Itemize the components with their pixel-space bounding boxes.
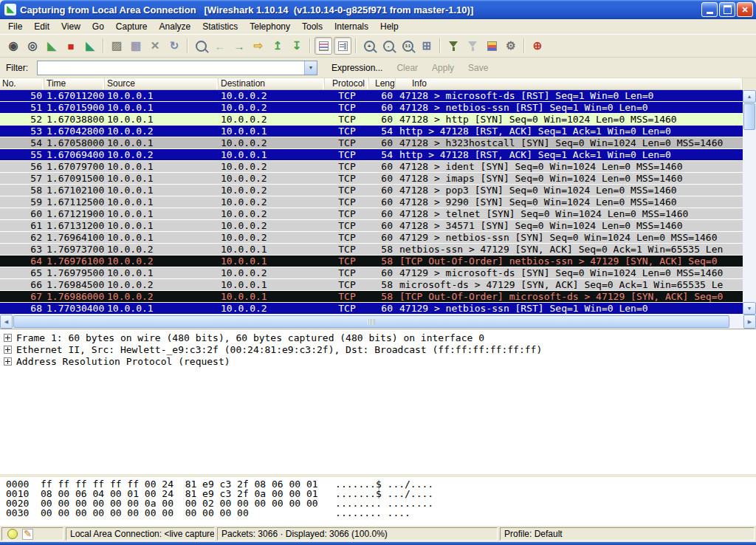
menu-tools[interactable]: Tools <box>296 20 329 33</box>
cell-time: 1.67042800 <box>44 126 105 137</box>
packet-row-52[interactable]: 521.6703880010.0.0.110.0.0.2TCP6047128 >… <box>0 114 743 126</box>
go-to-top-button[interactable]: ↥ <box>269 37 286 55</box>
restore-button[interactable] <box>719 2 735 17</box>
packet-row-58[interactable]: 581.6710210010.0.0.110.0.0.2TCP6047128 >… <box>0 185 743 196</box>
packet-row-62[interactable]: 621.7696410010.0.0.110.0.0.2TCP6047129 >… <box>0 232 743 244</box>
minimize-button[interactable] <box>701 2 718 17</box>
column-header-length[interactable]: Length <box>369 78 396 89</box>
packet-row-56[interactable]: 561.6707970010.0.0.110.0.0.2TCP6047128 >… <box>0 161 743 173</box>
menu-edit[interactable]: Edit <box>28 20 55 33</box>
go-back-button[interactable]: ← <box>211 37 229 55</box>
zoom-100-button[interactable]: 1:1 <box>399 37 416 55</box>
expert-info-icon[interactable] <box>7 529 18 539</box>
find-packet-button[interactable] <box>192 37 210 55</box>
capture-filters-button[interactable] <box>444 37 462 55</box>
column-header-destination[interactable]: Destination <box>219 78 325 89</box>
cell-no: 63 <box>0 244 44 255</box>
packet-list-header: No.TimeSourceDestinationProtocolLengthIn… <box>0 78 743 90</box>
packet-row-59[interactable]: 591.6711250010.0.0.110.0.0.2TCP6047128 >… <box>0 196 743 208</box>
column-header-time[interactable]: Time <box>44 78 105 89</box>
menu-analyze[interactable]: Analyze <box>154 20 197 33</box>
menu-file[interactable]: File <box>2 20 28 33</box>
expand-plus-icon[interactable] <box>4 346 12 354</box>
go-to-packet-button[interactable]: ⇨ <box>250 37 267 55</box>
horizontal-scroll-thumb[interactable] <box>13 315 729 328</box>
menu-view[interactable]: View <box>55 20 86 33</box>
scroll-right-arrow[interactable]: ▶ <box>743 315 756 329</box>
wireshark-window: { "window": { "title": "Capturing from L… <box>0 0 756 545</box>
packet-row-61[interactable]: 611.6713120010.0.0.110.0.0.2TCP6047128 >… <box>0 220 743 232</box>
capture-start-button[interactable]: ◣ <box>43 37 61 55</box>
packet-list-vertical-scrollbar[interactable]: ▲ ▼ <box>743 90 756 315</box>
packet-row-54[interactable]: 541.6705800010.0.0.110.0.0.2TCP6047128 >… <box>0 137 743 149</box>
scroll-up-arrow[interactable]: ▲ <box>743 90 756 103</box>
save-button[interactable]: Save <box>468 63 488 73</box>
menu-telephony[interactable]: Telephony <box>244 20 296 33</box>
zoom-out-button[interactable]: - <box>379 37 397 55</box>
packet-row-53[interactable]: 531.6704280010.0.0.210.0.0.1TCP54http > … <box>0 126 743 137</box>
header-corner <box>743 78 756 90</box>
menu-go[interactable]: Go <box>86 20 110 33</box>
status-profile[interactable]: Profile: Default <box>500 527 755 541</box>
capture-restart-button[interactable]: ◣ <box>81 37 99 55</box>
column-header-source[interactable]: Source <box>105 78 219 89</box>
packet-row-57[interactable]: 571.6709150010.0.0.110.0.0.2TCP6047128 >… <box>0 173 743 185</box>
expand-plus-icon[interactable] <box>4 357 12 366</box>
coloring-rules-button[interactable] <box>483 37 501 55</box>
column-header-no[interactable]: No. <box>0 78 44 89</box>
help-button[interactable]: ⊕ <box>529 37 546 55</box>
menu-statistics[interactable]: Statistics <box>196 20 244 33</box>
packet-row-67[interactable]: 671.7698600010.0.0.210.0.0.1TCP58[TCP Ou… <box>0 291 743 303</box>
capture-comment-icon[interactable]: ✎ <box>22 529 33 540</box>
close-capture-file-button[interactable]: ✕ <box>146 37 164 55</box>
zoom-in-button[interactable]: + <box>360 37 378 55</box>
packet-row-64[interactable]: 641.7697610010.0.0.210.0.0.1TCP58[TCP Ou… <box>0 256 743 267</box>
display-filters-button[interactable] <box>464 37 481 55</box>
expand-plus-icon[interactable] <box>4 334 12 342</box>
filter-input[interactable]: ▼ <box>37 61 317 75</box>
packet-row-55[interactable]: 551.6706940010.0.0.210.0.0.1TCP54http > … <box>0 149 743 161</box>
packet-row-66[interactable]: 661.7698450010.0.0.210.0.0.1TCP58microso… <box>0 279 743 291</box>
scroll-left-arrow[interactable]: ◀ <box>0 315 13 329</box>
packet-row-50[interactable]: 501.6701120010.0.0.110.0.0.2TCP6047128 >… <box>0 90 743 102</box>
packet-row-68[interactable]: 681.7703040010.0.0.110.0.0.2TCP6047129 >… <box>0 303 743 315</box>
resize-columns-button[interactable]: ⊞ <box>418 37 436 55</box>
packet-row-60[interactable]: 601.6712190010.0.0.110.0.0.2TCP6047128 >… <box>0 208 743 220</box>
detail-line-1[interactable]: Ethernet II, Src: Hewlett-_e9:c3:2f (00:… <box>0 343 756 355</box>
vertical-scroll-thumb[interactable] <box>743 103 755 130</box>
detail-line-2[interactable]: Address Resolution Protocol (request) <box>0 355 756 367</box>
filter-dropdown-button[interactable]: ▼ <box>304 61 317 75</box>
packet-row-63[interactable]: 631.7697370010.0.0.210.0.0.1TCP58netbios… <box>0 244 743 256</box>
go-to-bottom-button[interactable]: ↧ <box>288 37 306 55</box>
menu-capture[interactable]: Capture <box>110 20 154 33</box>
window-controls: ✕ <box>701 2 753 17</box>
column-header-info[interactable]: Info <box>396 78 743 89</box>
go-back-icon: ← <box>215 40 226 52</box>
interface-list-button[interactable]: ◉ <box>4 37 22 55</box>
expression-button[interactable]: Expression... <box>331 63 382 73</box>
capture-options-button[interactable]: ◎ <box>24 37 41 55</box>
go-forward-button[interactable]: → <box>230 37 248 55</box>
scroll-down-arrow[interactable]: ▼ <box>743 302 756 315</box>
menu-internals[interactable]: Internals <box>329 20 374 33</box>
packet-row-51[interactable]: 511.6701590010.0.0.110.0.0.2TCP6047128 >… <box>0 102 743 114</box>
reload-capture-file-button[interactable]: ↻ <box>165 37 183 55</box>
detail-line-0[interactable]: Frame 1: 60 bytes on wire (480 bits), 60… <box>0 332 756 343</box>
clear-button[interactable]: Clear <box>396 63 418 73</box>
packet-list-horizontal-scrollbar[interactable]: ◀ ▶ <box>0 315 756 329</box>
menu-help[interactable]: Help <box>374 20 405 33</box>
open-capture-file-button[interactable]: ▨ <box>108 37 126 55</box>
apply-button[interactable]: Apply <box>432 63 454 73</box>
cell-no: 64 <box>0 256 44 267</box>
title-bar[interactable]: ◣ Capturing from Local Area Connection [… <box>0 0 756 19</box>
hex-row-0030[interactable]: 0030 00 00 00 00 00 00 00 00 00 00 00 00… <box>0 508 756 518</box>
packet-row-65[interactable]: 651.7697950010.0.0.110.0.0.2TCP6047129 >… <box>0 267 743 279</box>
close-button[interactable]: ✕ <box>737 2 753 17</box>
preferences-button[interactable]: ⚙ <box>502 37 520 55</box>
toolbar-separator <box>523 38 525 53</box>
save-capture-file-button[interactable]: ▦ <box>127 37 145 55</box>
colorize-packet-list-button[interactable] <box>315 37 332 55</box>
auto-scroll-live-capture-button[interactable] <box>334 37 351 55</box>
capture-stop-button[interactable]: ■ <box>62 37 80 55</box>
column-header-protocol[interactable]: Protocol <box>325 78 369 89</box>
